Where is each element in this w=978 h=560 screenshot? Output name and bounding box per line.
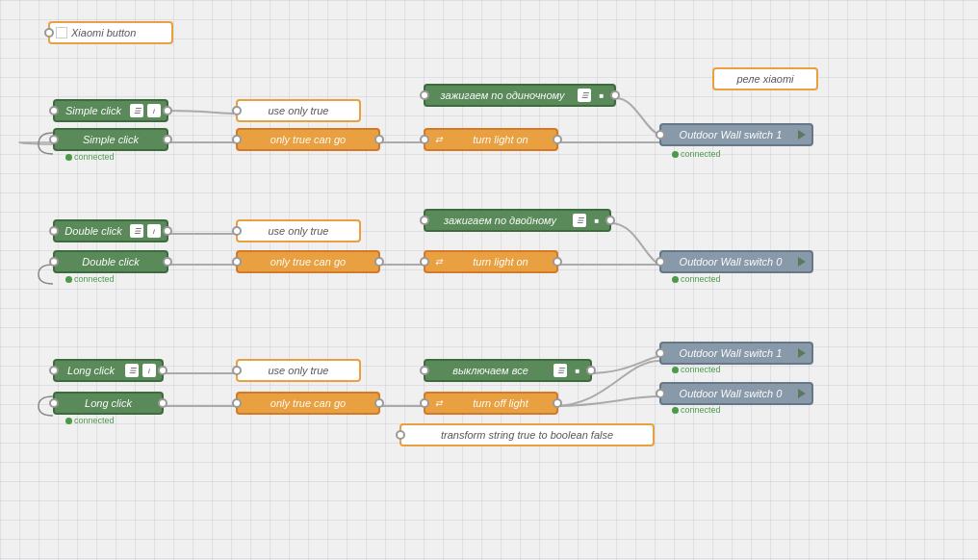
zazhigaem-2-label: зажигаем по двойному	[431, 215, 569, 226]
only-true-3: only true can go	[236, 392, 380, 415]
port-left	[49, 106, 59, 115]
port-right	[163, 257, 172, 267]
outdoor-sw0-1: Outdoor Wall switch 0	[659, 250, 813, 273]
port-left	[656, 257, 665, 267]
port-left	[49, 366, 59, 375]
turn-light-1: ⇄ turn light on	[424, 128, 558, 151]
turn-off-light-label: turn off light	[450, 397, 551, 409]
port-right	[163, 106, 172, 115]
port-left	[420, 90, 429, 100]
double-click-trigger-label: Double click	[61, 225, 126, 237]
connected-dot	[65, 154, 72, 161]
xiaomi-button-label: Xiaomi button	[71, 27, 136, 38]
shuffle-icon: ⇄	[431, 254, 447, 269]
simple-click-input: Simple click	[53, 128, 168, 151]
long-click-input-label: Long click	[61, 397, 156, 409]
port-left	[420, 398, 429, 408]
only-true-3-label: only true can go	[244, 397, 373, 409]
turn-light-2-label: turn light on	[450, 256, 551, 267]
shuffle-icon: ⇄	[431, 395, 447, 411]
port-right	[553, 257, 562, 267]
info-icon: i	[147, 104, 161, 117]
port-left	[420, 366, 429, 375]
arrow-icon	[798, 257, 806, 267]
simple-click-trigger-label: Simple click	[61, 105, 126, 116]
square-icon: ■	[590, 214, 604, 227]
port-left	[420, 257, 429, 267]
use-only-true-2-label: use only true	[244, 225, 353, 237]
rele-xiaomi-label: реле xiaomi	[720, 73, 811, 85]
port-left	[232, 257, 242, 267]
port-right	[610, 90, 620, 100]
port-left	[396, 430, 405, 440]
vyklyuchaem-label: выключаем все	[431, 365, 550, 376]
port-left	[232, 366, 242, 375]
long-click-input: Long click	[53, 392, 164, 415]
outdoor-sw1-2-connected: connected	[672, 365, 721, 374]
port-right	[158, 366, 167, 375]
simple-click-trigger: Simple click ☰ i	[53, 99, 168, 122]
transform-string: transform string true to boolean false	[399, 423, 655, 446]
port-right	[553, 135, 562, 144]
zazhigaem-1-label: зажигаем по одиночному	[431, 89, 574, 101]
double-connected: connected	[65, 274, 115, 284]
outdoor-sw1: Outdoor Wall switch 1	[659, 123, 813, 146]
outdoor-sw1-label: Outdoor Wall switch 1	[667, 129, 794, 140]
arrow-icon	[798, 348, 806, 358]
connected-dot	[65, 276, 72, 283]
outdoor-sw1-connected: connected	[672, 149, 721, 159]
port-right	[158, 398, 167, 408]
double-click-input: Double click	[53, 250, 168, 273]
menu-icon[interactable]: ☰	[578, 89, 591, 102]
port-left	[49, 135, 59, 144]
menu-icon[interactable]: ☰	[130, 104, 143, 117]
port-left	[232, 135, 242, 144]
arrow-icon	[798, 130, 806, 140]
port-right	[374, 398, 384, 408]
xiaomi-button-node: Xiaomi button	[48, 21, 173, 44]
outdoor-sw0-2: Outdoor Wall switch 0	[659, 382, 813, 405]
connected-dot	[672, 151, 679, 158]
zazhigaem-2: зажигаем по двойному ☰ ■	[424, 209, 611, 232]
use-only-true-3-label: use only true	[244, 365, 353, 376]
use-only-true-1: use only true	[236, 99, 361, 122]
outdoor-sw0-2-label: Outdoor Wall switch 0	[667, 388, 794, 399]
use-only-true-1-label: use only true	[244, 105, 353, 116]
connected-dot	[65, 418, 72, 424]
outdoor-sw0-2-connected: connected	[672, 405, 721, 415]
info-icon: i	[142, 364, 156, 377]
port-left	[232, 398, 242, 408]
port-left	[44, 28, 54, 38]
port-right	[163, 226, 172, 236]
menu-icon[interactable]: ☰	[553, 364, 567, 377]
port-left	[49, 257, 59, 267]
port-left	[49, 226, 59, 236]
port-right	[586, 366, 596, 375]
port-right	[163, 135, 172, 144]
info-icon: i	[147, 224, 161, 238]
port-left	[420, 216, 429, 225]
menu-icon[interactable]: ☰	[125, 364, 139, 377]
port-right	[374, 257, 384, 267]
connected-dot	[672, 367, 679, 373]
port-right	[605, 216, 615, 225]
port-left	[49, 398, 59, 408]
connected-dot	[672, 276, 679, 283]
outdoor-sw0-1-connected: connected	[672, 274, 721, 284]
double-click-input-label: Double click	[61, 256, 161, 267]
port-left	[656, 130, 665, 140]
transform-string-label: transform string true to boolean false	[407, 429, 647, 441]
simple-connected: connected	[65, 152, 115, 162]
zazhigaem-1: зажигаем по одиночному ☰ ■	[424, 84, 616, 107]
only-true-1: only true can go	[236, 128, 380, 151]
vyklyuchaem: выключаем все ☰ ■	[424, 359, 592, 382]
outdoor-sw1-2-label: Outdoor Wall switch 1	[667, 347, 794, 359]
menu-icon[interactable]: ☰	[573, 214, 586, 227]
port-right	[374, 135, 384, 144]
shuffle-icon: ⇄	[431, 132, 447, 147]
menu-icon[interactable]: ☰	[130, 224, 143, 238]
square-icon: ■	[595, 89, 608, 102]
outdoor-sw1-2: Outdoor Wall switch 1	[659, 342, 813, 365]
rele-xiaomi-node: реле xiaomi	[712, 67, 818, 90]
long-connected: connected	[65, 416, 115, 425]
